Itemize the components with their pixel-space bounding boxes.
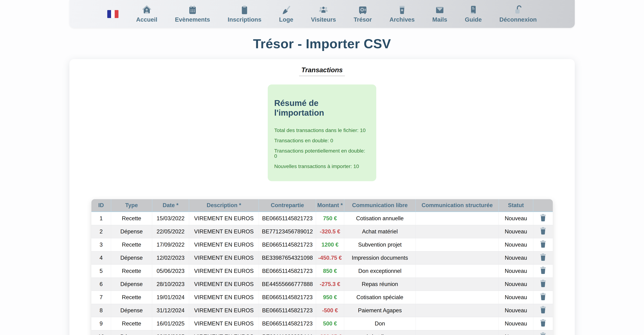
trash-icon: [540, 272, 546, 275]
cell-id: 5: [92, 265, 111, 278]
cell-id: 6: [92, 278, 111, 291]
cell-id: 8: [92, 304, 111, 317]
cell-statut: Nouveau: [499, 238, 533, 251]
cell-type: Dépense: [111, 278, 152, 291]
unlock-icon: [513, 5, 523, 15]
clipboard-icon: [240, 5, 249, 15]
cell-description: VIREMENT EN EUROS: [189, 238, 259, 251]
cell-date: 17/09/2022: [152, 238, 189, 251]
table-row: 3Recette17/09/2022VIREMENT EN EUROSBE066…: [92, 238, 553, 251]
cell-actions: [533, 278, 552, 291]
cell-contrepartie: BE06651145821723: [259, 304, 316, 317]
cell-id: 9: [92, 317, 111, 330]
flag-stripe-white: [111, 10, 115, 18]
table-row: 9Recette16/01/2025VIREMENT EN EUROSBE066…: [92, 317, 553, 330]
column-header-contrepartie: Contrepartie: [259, 199, 316, 212]
archive-icon: [397, 5, 407, 15]
nav-item-mails[interactable]: Mails: [432, 5, 447, 23]
cell-montant: 500 €: [316, 317, 344, 330]
cell-comm-libre: Cotisation spéciale: [344, 291, 416, 304]
table-row: 4Dépense12/02/2023VIREMENT EN EUROSBE339…: [92, 251, 553, 265]
column-header-comm-libre: Communication libre: [344, 199, 416, 212]
cell-description: VIREMENT EN EUROS: [189, 265, 259, 278]
column-header-description: Description *: [189, 199, 259, 212]
cell-statut: Nouveau: [499, 317, 533, 330]
cell-type: Recette: [111, 212, 152, 225]
calendar-icon: [188, 5, 198, 15]
home-icon: [142, 5, 152, 15]
trash-icon: [540, 246, 546, 248]
table-row: 1Recette15/03/2022VIREMENT EN EUROSBE066…: [92, 212, 553, 225]
delete-row-button[interactable]: [540, 240, 546, 248]
trash-icon: [540, 325, 546, 327]
nav-item-inscriptions[interactable]: Inscriptions: [228, 5, 262, 23]
transactions-table: IDTypeDate *Description *ContrepartieMon…: [92, 199, 553, 335]
nav-item-tresor[interactable]: Trésor: [354, 5, 372, 23]
delete-row-button[interactable]: [540, 332, 546, 335]
cell-date: 03/03/2025: [152, 330, 189, 335]
delete-row-button[interactable]: [540, 253, 546, 261]
content-card: Transactions Résumé de l'importation Tot…: [70, 59, 575, 335]
french-flag-icon[interactable]: [107, 10, 118, 18]
table-row: 5Recette05/06/2023VIREMENT EN EUROSBE066…: [92, 265, 553, 278]
column-header-statut: Statut: [499, 199, 533, 212]
section-heading-row: Transactions: [70, 66, 575, 76]
cell-comm-libre: Cotisation annuelle: [344, 212, 416, 225]
import-summary-box: Résumé de l'importation Total des transa…: [268, 84, 376, 181]
cell-comm-libre: Achat matériel: [344, 225, 416, 238]
cell-comm-structuree: [416, 291, 498, 304]
cell-comm-libre: Paiement Agapes: [344, 304, 416, 317]
cell-description: VIREMENT EN EUROS: [189, 278, 259, 291]
cell-actions: [533, 238, 552, 251]
nav-item-label: Visiteurs: [311, 16, 336, 23]
cell-actions: [533, 265, 552, 278]
cell-comm-structuree: [416, 251, 498, 265]
section-heading: Transactions: [299, 66, 345, 76]
cell-type: Recette: [111, 291, 152, 304]
cell-id: 10: [92, 330, 111, 335]
cell-id: 2: [92, 225, 111, 238]
delete-row-button[interactable]: [540, 214, 546, 222]
summary-title: Résumé de l'importation: [274, 98, 369, 118]
mail-icon: [435, 5, 444, 15]
cell-type: Recette: [111, 317, 152, 330]
cell-actions: [533, 317, 552, 330]
main-navbar: AccueilEvènementsInscriptionsLogeVisiteu…: [70, 0, 575, 28]
delete-row-button[interactable]: [540, 319, 546, 327]
nav-item-guide[interactable]: Guide: [465, 5, 482, 23]
delete-row-button[interactable]: [540, 227, 546, 235]
column-header-comm-structuree: Communication structurée: [416, 199, 498, 212]
cell-comm-libre: Achat livres: [344, 330, 416, 335]
cell-id: 1: [92, 212, 111, 225]
delete-row-button[interactable]: [540, 267, 546, 274]
cell-statut: Nouveau: [499, 265, 533, 278]
nav-item-evenements[interactable]: Evènements: [175, 5, 210, 23]
cell-montant: -450.75 €: [316, 251, 344, 265]
cell-description: VIREMENT EN EUROS: [189, 225, 259, 238]
cell-id: 4: [92, 251, 111, 265]
delete-row-button[interactable]: [540, 280, 546, 287]
nav-item-label: Trésor: [354, 16, 372, 23]
nav-item-visiteurs[interactable]: Visiteurs: [311, 5, 336, 23]
cell-statut: Nouveau: [499, 251, 533, 265]
delete-row-button[interactable]: [540, 306, 546, 314]
nav-item-deconnexion[interactable]: Déconnexion: [500, 5, 537, 23]
nav-item-label: Archives: [390, 16, 414, 23]
nav-item-loge[interactable]: Loge: [279, 5, 293, 23]
cell-statut: Nouveau: [499, 278, 533, 291]
cell-type: Dépense: [111, 225, 152, 238]
column-header-montant: Montant *: [316, 199, 344, 212]
nav-item-label: Inscriptions: [228, 16, 262, 23]
nav-item-archives[interactable]: Archives: [390, 5, 414, 23]
nav-item-label: Evènements: [175, 16, 210, 23]
book-icon: [468, 5, 478, 15]
cell-comm-structuree: [416, 225, 498, 238]
cell-description: VIREMENT EN EUROS: [189, 304, 259, 317]
cell-type: Dépense: [111, 330, 152, 335]
cell-contrepartie: BE06651145821723: [259, 212, 316, 225]
delete-row-button[interactable]: [540, 293, 546, 301]
table-row: 8Dépense31/12/2024VIREMENT EN EUROSBE066…: [92, 304, 553, 317]
nav-item-accueil[interactable]: Accueil: [136, 5, 157, 23]
cell-description: VIREMENT EN EUROS: [189, 212, 259, 225]
cell-comm-libre: Repas réunion: [344, 278, 416, 291]
